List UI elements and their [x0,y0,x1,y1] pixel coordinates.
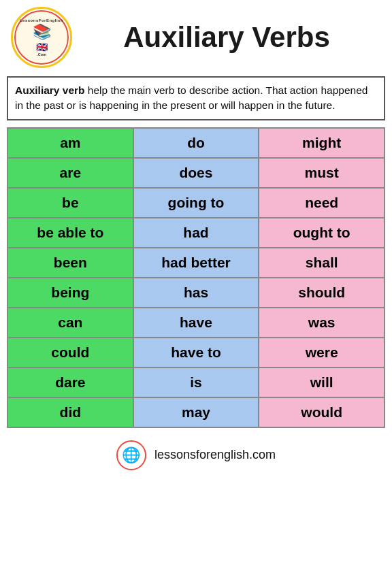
table-cell: dare [7,368,133,397]
table-cell: can [7,308,133,338]
footer: 🌐 lessonsforenglish.com [0,434,392,477]
table-cell: need [259,188,385,218]
table-cell: will [259,368,385,397]
table-row: aredoesmust [7,158,385,188]
table-row: amdomight [7,128,385,158]
logo-bottom-text: .Com [37,52,46,56]
table-cell: be [7,188,133,218]
footer-url: lessonsforenglish.com [154,448,276,462]
table-cell: may [133,397,259,427]
table-cell: be able to [7,218,133,248]
logo-books-icon: 📚 [33,23,51,41]
table-row: beenhad bettershall [7,248,385,278]
table-row: beinghasshould [7,278,385,308]
table-cell: being [7,278,133,308]
table-cell: have [133,308,259,338]
logo: LessonsForEnglish 📚 🇬🇧 .Com [11,7,72,68]
table-cell: might [259,128,385,158]
description-box: Auxiliary verb help the main verb to des… [7,76,385,120]
table-cell: were [259,338,385,368]
table-cell: was [259,308,385,338]
table-cell: is [133,368,259,397]
page-title: Auxiliary Verbs [72,21,381,54]
table-row: couldhave towere [7,338,385,368]
table-cell: had better [133,248,259,278]
table-row: canhavewas [7,308,385,338]
table-row: dareiswill [7,368,385,397]
table-cell: ought to [259,218,385,248]
description-bold: Auxiliary verb [15,84,85,96]
table-cell: do [133,128,259,158]
logo-top-text: LessonsForEnglish [20,18,63,22]
table-cell: would [259,397,385,427]
table-cell: must [259,158,385,188]
table-cell: have to [133,338,259,368]
table-cell: had [133,218,259,248]
table-cell: should [259,278,385,308]
table-row: begoing toneed [7,188,385,218]
table-cell: could [7,338,133,368]
header: LessonsForEnglish 📚 🇬🇧 .Com Auxiliary Ve… [0,0,392,72]
table-row: be able tohadought to [7,218,385,248]
table-cell: does [133,158,259,188]
table-cell: has [133,278,259,308]
table-cell: are [7,158,133,188]
table-cell: going to [133,188,259,218]
table-row: didmaywould [7,397,385,427]
table-cell: been [7,248,133,278]
logo-flag-icon: 🇬🇧 [36,42,48,52]
table-cell: am [7,128,133,158]
footer-logo-icon: 🌐 [116,440,146,470]
table-cell: did [7,397,133,427]
table-cell: shall [259,248,385,278]
auxiliary-verb-table: amdomightaredoesmustbegoing toneedbe abl… [7,127,385,428]
